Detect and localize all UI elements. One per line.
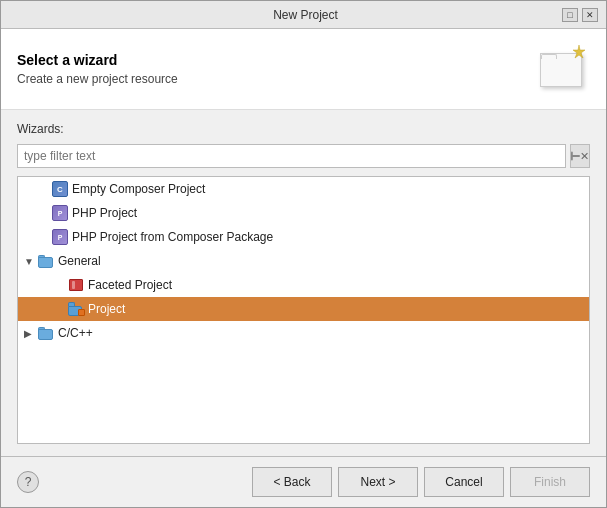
window-title: New Project (49, 8, 562, 22)
svg-rect-2 (571, 152, 573, 161)
page-subtitle: Create a new project resource (17, 72, 178, 86)
clear-x-icon: ✕ (580, 150, 589, 163)
svg-marker-0 (573, 45, 585, 58)
general-folder-icon (38, 253, 54, 269)
content-area: Select a wizard Create a new project res… (1, 29, 606, 507)
tree-item-php-composer[interactable]: P PHP Project from Composer Package (18, 225, 589, 249)
filter-row: ✕ (17, 144, 590, 168)
expand-arrow-general: ▼ (24, 256, 34, 267)
tree-item-general[interactable]: ▼ General (18, 249, 589, 273)
wizard-tree[interactable]: C Empty Composer Project P PHP Project (17, 176, 590, 444)
header-text: Select a wizard Create a new project res… (17, 52, 178, 86)
help-icon: ? (25, 475, 32, 489)
page-title: Select a wizard (17, 52, 178, 68)
tree-item-empty-composer[interactable]: C Empty Composer Project (18, 177, 589, 201)
project-icon (68, 301, 84, 317)
close-button[interactable]: ✕ (582, 8, 598, 22)
body-section: Wizards: ✕ C (1, 110, 606, 456)
tree-item-label: Faceted Project (88, 278, 172, 292)
window: New Project □ ✕ Select a wizard Create a… (0, 0, 607, 508)
tree-item-label: Project (88, 302, 125, 316)
help-button[interactable]: ? (17, 471, 39, 493)
title-bar: New Project □ ✕ (1, 1, 606, 29)
expand-arrow-cpp: ▶ (24, 328, 34, 339)
wizard-icon (538, 43, 590, 95)
php-composer-icon: P (52, 229, 68, 245)
filter-clear-button[interactable]: ✕ (570, 144, 590, 168)
minimize-button[interactable]: □ (562, 8, 578, 22)
filter-input[interactable] (17, 144, 566, 168)
back-button[interactable]: < Back (252, 467, 332, 497)
tree-item-label: Empty Composer Project (72, 182, 205, 196)
tree-item-label: C/C++ (58, 326, 93, 340)
clear-icon (571, 151, 580, 161)
next-button[interactable]: Next > (338, 467, 418, 497)
tree-item-project[interactable]: Project (18, 297, 589, 321)
tree-item-label: PHP Project (72, 206, 137, 220)
wizards-label: Wizards: (17, 122, 590, 136)
cancel-button[interactable]: Cancel (424, 467, 504, 497)
tree-item-faceted[interactable]: Faceted Project (18, 273, 589, 297)
composer-icon: C (52, 181, 68, 197)
tree-item-php-project[interactable]: P PHP Project (18, 201, 589, 225)
php-icon: P (52, 205, 68, 221)
finish-button[interactable]: Finish (510, 467, 590, 497)
title-bar-controls: □ ✕ (562, 8, 598, 22)
faceted-icon (68, 277, 84, 293)
footer-section: ? < Back Next > Cancel Finish (1, 456, 606, 507)
tree-item-c-cpp[interactable]: ▶ C/C++ (18, 321, 589, 345)
footer-buttons: < Back Next > Cancel Finish (252, 467, 590, 497)
cpp-folder-icon (38, 325, 54, 341)
tree-item-label: General (58, 254, 101, 268)
tree-item-label: PHP Project from Composer Package (72, 230, 273, 244)
footer-left: ? (17, 471, 39, 493)
header-section: Select a wizard Create a new project res… (1, 29, 606, 110)
